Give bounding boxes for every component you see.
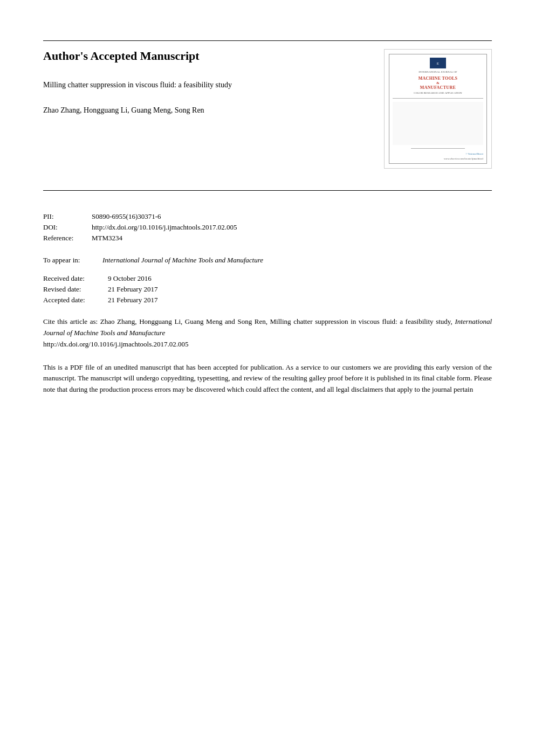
revised-value: 21 February 2017 — [108, 285, 157, 294]
reference-label: Reference: — [43, 234, 92, 242]
pii-value: S0890-6955(16)30371-6 — [92, 212, 161, 221]
accepted-label: Accepted date: — [43, 296, 108, 304]
revised-date-row: Revised date: 21 February 2017 — [43, 285, 492, 294]
journal-content-area — [393, 102, 483, 145]
page: Author's Accepted Manuscript Milling cha… — [0, 0, 535, 756]
manuscript-label: Author's Accepted Manuscript — [43, 49, 368, 63]
dates-section: Received date: 9 October 2016 Revised da… — [43, 274, 492, 304]
journal-name-line1: MACHINE TOOLS — [419, 76, 458, 81]
header-section: Author's Accepted Manuscript Milling cha… — [43, 49, 492, 169]
cite-text-start: Cite this article as: Zhao Zhang, Honggu… — [43, 317, 452, 325]
reference-row: Reference: MTM3234 — [43, 234, 492, 242]
description-section: This is a PDF file of an unedited manusc… — [43, 362, 492, 396]
appear-in-section: To appear in: International Journal of M… — [43, 256, 492, 265]
cite-journal-manufacture: Manufacture — [129, 329, 166, 337]
svg-text:E: E — [437, 61, 439, 66]
pii-row: PII: S0890-6955(16)30371-6 — [43, 212, 492, 221]
cite-journal-tools: Tools — [100, 329, 117, 337]
journal-cover-box: E INTERNATIONAL JOURNAL OF MACHINE TOOLS… — [384, 49, 492, 169]
appear-in-journal: International Journal of Machine Tools a… — [102, 256, 263, 265]
metadata-section: PII: S0890-6955(16)30371-6 DOI: http://d… — [43, 212, 492, 242]
cite-doi: http://dx.doi.org/10.1016/j.ijmachtools.… — [43, 340, 189, 348]
journal-name-line2: MANUFACTURE — [420, 85, 456, 91]
header-left: Author's Accepted Manuscript Milling cha… — [43, 49, 384, 117]
reference-value: MTM3234 — [92, 234, 122, 242]
doi-label: DOI: — [43, 223, 92, 232]
accepted-date-row: Accepted date: 21 February 2017 — [43, 296, 492, 304]
journal-cover-inner: E INTERNATIONAL JOURNAL OF MACHINE TOOLS… — [389, 54, 487, 164]
journal-divider-1 — [393, 98, 483, 99]
doi-row: DOI: http://dx.doi.org/10.1016/j.ijmacht… — [43, 223, 492, 232]
journal-ampersand: & — [436, 81, 440, 85]
sciencedirect-logo: ☞ ScienceDirect — [465, 152, 483, 155]
elsevier-logo: E — [430, 58, 446, 68]
journal-intl-text: INTERNATIONAL JOURNAL OF — [419, 71, 457, 74]
authors: Zhao Zhang, Hongguang Li, Guang Meng, So… — [43, 105, 368, 116]
revised-label: Revised date: — [43, 285, 108, 294]
cite-journal-machine: Machine — [74, 329, 100, 337]
journal-footer: ☞ ScienceDirect www.elsevier.com/locate/… — [393, 152, 483, 160]
received-date-row: Received date: 9 October 2016 — [43, 274, 492, 283]
journal-divider-2 — [411, 148, 465, 149]
received-value: 9 October 2016 — [108, 274, 152, 283]
paper-title: Milling chatter suppression in viscous f… — [43, 79, 368, 91]
appear-in-label: To appear in: — [43, 256, 102, 265]
cite-section: Cite this article as: Zhao Zhang, Honggu… — [43, 316, 492, 350]
cite-journal-and: and — [117, 329, 129, 337]
description-text: This is a PDF file of an unedited manusc… — [43, 363, 492, 394]
journal-logo-area: E INTERNATIONAL JOURNAL OF MACHINE TOOLS… — [393, 58, 483, 95]
doi-value: http://dx.doi.org/10.1016/j.ijmachtools.… — [92, 223, 237, 232]
bottom-divider — [43, 190, 492, 191]
top-divider — [43, 40, 492, 41]
journal-subtitle: COLOR RESEARCH AND APPLICATION — [414, 92, 462, 95]
journal-url: www.elsevier.com/locate/ijmachtool — [444, 157, 483, 160]
accepted-value: 21 February 2017 — [108, 296, 157, 304]
pii-label: PII: — [43, 212, 92, 221]
received-label: Received date: — [43, 274, 108, 283]
cite-journal-of: of — [67, 329, 74, 337]
